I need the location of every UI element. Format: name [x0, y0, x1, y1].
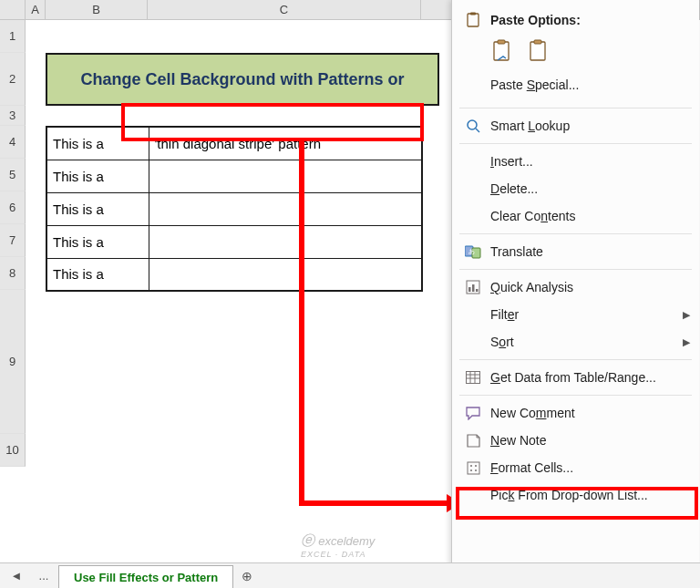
row-header-4[interactable]: 4 — [0, 126, 26, 159]
svg-rect-4 — [530, 42, 545, 60]
table-icon — [463, 371, 483, 384]
paste-options-icons — [452, 35, 699, 71]
table-row: This is a — [46, 225, 422, 258]
svg-rect-12 — [468, 287, 471, 292]
translate-icon: あ — [463, 244, 483, 259]
menu-smart-lookup[interactable]: Smart Lookup — [452, 112, 699, 139]
row-header-10[interactable]: 10 — [0, 434, 26, 467]
svg-rect-15 — [467, 372, 480, 384]
row-headers: 1 2 3 4 5 6 7 8 9 10 — [0, 20, 26, 467]
tab-nav-back[interactable]: ◄ — [4, 565, 29, 587]
svg-line-7 — [476, 129, 479, 132]
table-row: This is a — [46, 258, 422, 291]
svg-rect-13 — [472, 284, 475, 292]
row-header-9[interactable]: 9 — [0, 290, 26, 434]
table-row: This is a — [46, 160, 422, 192]
svg-rect-3 — [498, 40, 505, 44]
col-header-a[interactable]: A — [26, 0, 46, 20]
select-all-corner[interactable] — [0, 0, 26, 20]
comment-icon — [463, 407, 483, 420]
callout-arrow — [299, 141, 304, 506]
paste-options-label: Paste Options: — [490, 13, 690, 27]
cell-b6[interactable]: This is a — [46, 192, 149, 225]
col-header-b[interactable]: B — [46, 0, 148, 20]
cell-c8[interactable] — [149, 258, 422, 291]
menu-separator — [459, 108, 692, 108]
submenu-arrow-icon: ▶ — [683, 336, 690, 348]
tab-nav-more[interactable]: ... — [31, 565, 57, 587]
sheet-tab-active[interactable]: Use Fill Effects or Pattern — [58, 565, 233, 589]
menu-format-cells[interactable]: Format Cells... — [452, 454, 699, 481]
menu-filter[interactable]: Filter ▶ — [452, 301, 699, 328]
cell-c6[interactable] — [149, 192, 422, 225]
format-cells-icon — [463, 461, 483, 475]
sheet-tab-strip: ◄ ... Use Fill Effects or Pattern ⊕ — [0, 562, 700, 588]
menu-separator — [459, 359, 692, 360]
svg-rect-0 — [468, 14, 479, 26]
svg-rect-14 — [476, 289, 479, 292]
cell-b4[interactable]: This is a — [46, 127, 149, 160]
menu-paste-special[interactable]: Paste Special... — [452, 71, 699, 98]
menu-new-note[interactable]: New Note — [452, 427, 699, 454]
watermark: ⓔ exceldemy EXCEL · DATA — [301, 532, 375, 559]
title-cell[interactable]: Change Cell Background with Patterns or — [46, 53, 439, 106]
quick-analysis-icon — [463, 280, 483, 294]
svg-point-23 — [470, 469, 472, 471]
svg-text:あ: あ — [468, 248, 475, 255]
excel-sheet-view: A B C 1 2 3 4 5 6 7 8 9 10 Change Cell B… — [0, 0, 700, 588]
svg-point-21 — [470, 465, 472, 467]
menu-insert[interactable]: Insert... — [452, 148, 699, 175]
col-header-c[interactable]: C — [148, 0, 421, 20]
menu-separator — [459, 143, 692, 144]
svg-point-24 — [475, 469, 477, 471]
context-menu: Paste Options: Paste Special... Smart Lo… — [451, 0, 699, 588]
menu-separator — [459, 395, 692, 396]
cell-c4[interactable]: 'thin diagonal stripe' pattern — [149, 127, 422, 160]
menu-pick-from-list[interactable]: Pick From Drop-down List... — [452, 481, 699, 509]
menu-quick-analysis[interactable]: Quick Analysis — [452, 273, 699, 301]
add-sheet-button[interactable]: ⊕ — [235, 564, 259, 588]
row-header-3[interactable]: 3 — [0, 106, 26, 126]
svg-rect-5 — [534, 40, 541, 44]
menu-sort[interactable]: Sort ▶ — [452, 328, 699, 356]
paste-icon[interactable] — [490, 38, 516, 64]
cell-c5[interactable] — [149, 160, 422, 192]
menu-get-data[interactable]: Get Data from Table/Range... — [452, 364, 699, 391]
callout-arrow — [299, 500, 452, 506]
table-row: This is a 'thin diagonal stripe' pattern — [46, 127, 422, 160]
row-header-7[interactable]: 7 — [0, 224, 26, 257]
cell-c7[interactable] — [149, 225, 422, 258]
menu-separator — [459, 233, 692, 234]
smart-lookup-icon — [463, 119, 483, 133]
svg-point-22 — [475, 465, 477, 467]
row-header-5[interactable]: 5 — [0, 159, 26, 191]
svg-rect-1 — [470, 13, 476, 15]
svg-point-6 — [468, 120, 477, 129]
menu-separator — [459, 269, 692, 270]
paste-options-icon — [463, 12, 483, 28]
table-row: This is a — [46, 192, 422, 225]
submenu-arrow-icon: ▶ — [683, 309, 690, 321]
cell-b5[interactable]: This is a — [46, 160, 149, 192]
cell-b7[interactable]: This is a — [46, 225, 149, 258]
row-header-6[interactable]: 6 — [0, 191, 26, 224]
menu-new-comment[interactable]: New Comment — [452, 399, 699, 427]
data-table: This is a 'thin diagonal stripe' pattern… — [46, 126, 423, 292]
row-header-1[interactable]: 1 — [0, 20, 26, 53]
menu-delete[interactable]: Delete... — [452, 175, 699, 202]
paste-icon-alt[interactable] — [527, 38, 552, 64]
menu-translate[interactable]: あ Translate — [452, 238, 699, 265]
svg-rect-20 — [468, 462, 479, 474]
row-header-8[interactable]: 8 — [0, 257, 26, 290]
row-header-2[interactable]: 2 — [0, 53, 26, 106]
note-icon — [463, 434, 483, 448]
cell-b8[interactable]: This is a — [46, 258, 149, 291]
menu-clear-contents[interactable]: Clear Contents — [452, 202, 699, 230]
